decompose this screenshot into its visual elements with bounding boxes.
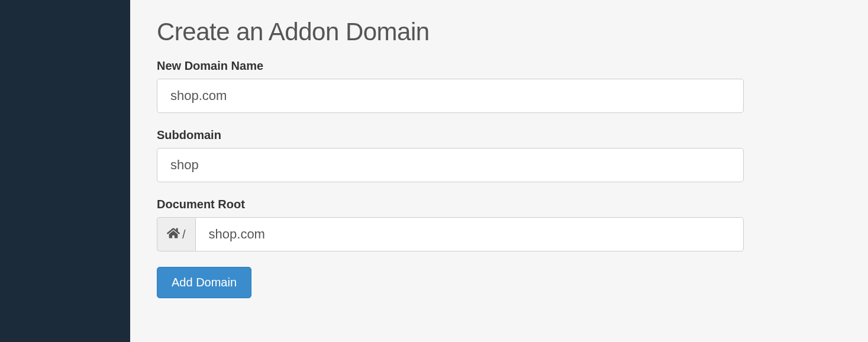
home-icon xyxy=(167,227,180,242)
page-title: Create an Addon Domain xyxy=(157,18,841,46)
new-domain-input[interactable] xyxy=(157,79,744,113)
new-domain-group: New Domain Name xyxy=(157,59,841,113)
main-content: Create an Addon Domain New Domain Name S… xyxy=(130,0,868,342)
document-root-group: Document Root / xyxy=(157,198,841,251)
subdomain-label: Subdomain xyxy=(157,128,841,142)
document-root-input[interactable] xyxy=(195,217,744,251)
document-root-input-group: / xyxy=(157,217,744,251)
sidebar xyxy=(0,0,130,342)
document-root-label: Document Root xyxy=(157,198,841,211)
subdomain-group: Subdomain xyxy=(157,128,841,182)
new-domain-label: New Domain Name xyxy=(157,59,841,73)
add-domain-button[interactable]: Add Domain xyxy=(157,267,251,298)
document-root-separator: / xyxy=(182,228,186,241)
subdomain-input[interactable] xyxy=(157,148,744,182)
document-root-prefix: / xyxy=(157,217,195,251)
